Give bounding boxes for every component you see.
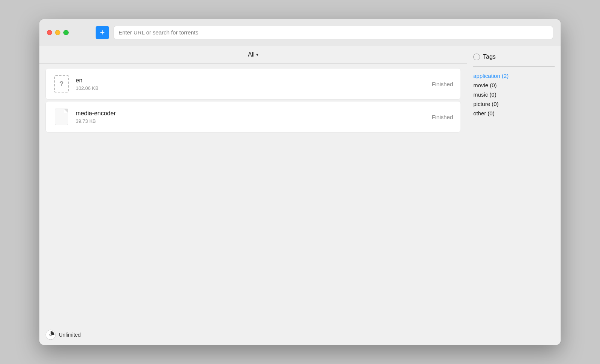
- torrent-info: en 102.06 KB: [76, 77, 426, 91]
- unknown-file-icon: ?: [54, 75, 69, 92]
- left-panel: All ▾ ? en 102.06 KB Finished: [39, 46, 467, 324]
- torrent-info: media-encoder 39.73 KB: [76, 110, 426, 124]
- torrent-icon: [53, 107, 70, 126]
- torrent-size: 102.06 KB: [76, 85, 426, 91]
- minimize-button[interactable]: [55, 30, 60, 35]
- tag-item-picture[interactable]: picture (0): [473, 99, 555, 109]
- document-file-icon: [55, 109, 68, 125]
- status-speed-label: Unlimited: [59, 332, 81, 338]
- torrent-list: ? en 102.06 KB Finished: [39, 64, 467, 324]
- titlebar: +: [39, 19, 561, 46]
- maximize-button[interactable]: [63, 30, 69, 35]
- filter-dropdown[interactable]: All ▾: [248, 51, 258, 58]
- tags-circle-icon: [473, 54, 480, 60]
- torrent-size: 39.73 KB: [76, 118, 426, 124]
- main-window: + All ▾ ? en: [39, 19, 561, 345]
- torrent-icon: ?: [53, 75, 70, 93]
- tag-item-music[interactable]: music (0): [473, 90, 555, 99]
- add-torrent-button[interactable]: +: [96, 26, 109, 39]
- tag-item-other[interactable]: other (0): [473, 109, 555, 118]
- svg-point-1: [50, 334, 52, 336]
- tag-item-application[interactable]: application (2): [473, 71, 555, 81]
- tags-label: Tags: [483, 54, 496, 60]
- statusbar: Unlimited: [39, 324, 561, 345]
- tags-header: Tags: [473, 54, 555, 60]
- close-button[interactable]: [47, 30, 52, 35]
- tag-item-movie[interactable]: movie (0): [473, 81, 555, 90]
- speed-icon: [45, 330, 56, 340]
- main-area: All ▾ ? en 102.06 KB Finished: [39, 46, 561, 324]
- filter-label: All: [248, 51, 255, 58]
- filter-bar: All ▾: [39, 46, 467, 64]
- chevron-down-icon: ▾: [256, 52, 258, 57]
- torrent-status: Finished: [432, 114, 453, 120]
- torrent-item[interactable]: media-encoder 39.73 KB Finished: [45, 101, 461, 133]
- right-sidebar: Tags application (2) movie (0) music (0)…: [467, 46, 561, 324]
- divider: [473, 66, 555, 67]
- torrent-status: Finished: [432, 81, 453, 87]
- traffic-lights: [47, 30, 69, 35]
- torrent-name: en: [76, 77, 426, 84]
- torrent-name: media-encoder: [76, 110, 426, 117]
- torrent-item[interactable]: ? en 102.06 KB Finished: [45, 68, 461, 100]
- search-input[interactable]: [114, 26, 553, 39]
